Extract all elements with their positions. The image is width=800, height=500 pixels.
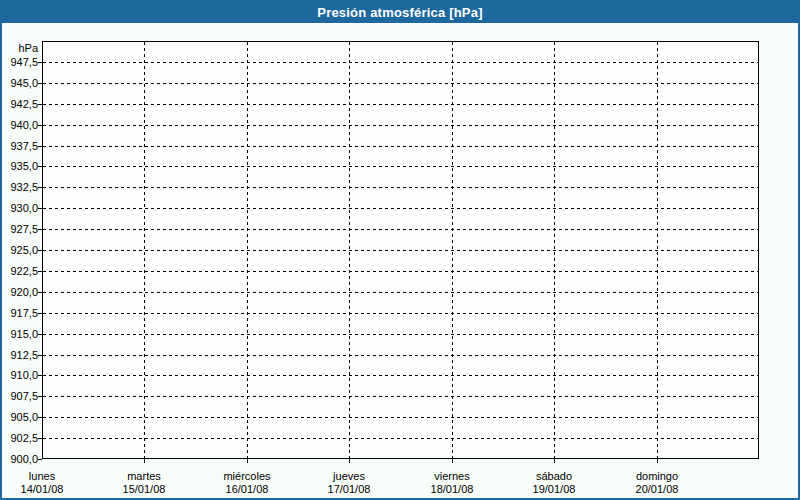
y-tick-label: 920,0 (2, 285, 38, 299)
h-gridline (43, 292, 758, 293)
x-tick-mark (349, 459, 350, 463)
v-gridline (349, 42, 350, 458)
y-tick-label: 940,0 (2, 118, 38, 132)
y-tick-label: 902,5 (2, 431, 38, 445)
y-tick-label: 922,5 (2, 264, 38, 278)
y-tick-label: 947,5 (2, 55, 38, 69)
h-gridline (43, 104, 758, 105)
y-tick-mark (38, 62, 42, 63)
h-gridline (43, 125, 758, 126)
x-day-label: jueves (294, 470, 404, 483)
h-gridline (43, 375, 758, 376)
y-tick-label: 932,5 (2, 180, 38, 194)
x-day-label: lunes (0, 470, 97, 483)
h-gridline (43, 271, 758, 272)
x-day-label: domingo (602, 470, 712, 483)
h-gridline (43, 438, 758, 439)
y-tick-mark (38, 83, 42, 84)
v-gridline (144, 42, 145, 458)
v-gridline (247, 42, 248, 458)
x-tick-mark (247, 459, 248, 463)
y-tick-label: 915,0 (2, 327, 38, 341)
x-date-label: 17/01/08 (294, 483, 404, 496)
chart-canvas: hPa 947,5945,0942,5940,0937,5935,0932,59… (2, 2, 798, 498)
y-tick-mark (38, 271, 42, 272)
h-gridline (43, 146, 758, 147)
h-gridline (43, 334, 758, 335)
y-tick-mark (38, 459, 42, 460)
y-tick-label: 905,0 (2, 410, 38, 424)
x-day-label: viernes (397, 470, 507, 483)
x-tick-mark (657, 459, 658, 463)
h-gridline (43, 417, 758, 418)
x-date-label: 18/01/08 (397, 483, 507, 496)
y-tick-label: 930,0 (2, 201, 38, 215)
h-gridline (43, 208, 758, 209)
x-day-label: martes (89, 470, 199, 483)
y-tick-mark (38, 438, 42, 439)
y-tick-mark (38, 146, 42, 147)
y-tick-mark (38, 396, 42, 397)
y-tick-mark (38, 334, 42, 335)
h-gridline (43, 83, 758, 84)
y-tick-label: 910,0 (2, 368, 38, 382)
h-gridline (43, 229, 758, 230)
x-tick-mark (554, 459, 555, 463)
h-gridline (43, 166, 758, 167)
y-axis-unit-label: hPa (2, 41, 38, 55)
y-tick-label: 942,5 (2, 97, 38, 111)
y-tick-mark (38, 187, 42, 188)
y-tick-mark (38, 250, 42, 251)
x-tick-mark (144, 459, 145, 463)
h-gridline (43, 313, 758, 314)
y-tick-label: 945,0 (2, 76, 38, 90)
x-date-label: 19/01/08 (499, 483, 609, 496)
y-tick-label: 917,5 (2, 306, 38, 320)
y-tick-mark (38, 166, 42, 167)
pressure-chart-window: Presión atmosférica [hPa] hPa 947,5945,0… (0, 0, 800, 500)
v-gridline (657, 42, 658, 458)
y-tick-mark (38, 313, 42, 314)
x-date-label: 16/01/08 (192, 483, 302, 496)
v-gridline (452, 42, 453, 458)
x-day-label: miércoles (192, 470, 302, 483)
y-tick-mark (38, 208, 42, 209)
y-tick-mark (38, 292, 42, 293)
v-gridline (554, 42, 555, 458)
h-gridline (43, 355, 758, 356)
y-tick-label: 900,0 (2, 452, 38, 466)
h-gridline (43, 250, 758, 251)
x-tick-mark (452, 459, 453, 463)
x-date-label: 15/01/08 (89, 483, 199, 496)
plot-area (42, 41, 759, 459)
y-tick-mark (38, 125, 42, 126)
y-tick-label: 937,5 (2, 139, 38, 153)
x-day-label: sábado (499, 470, 609, 483)
x-date-label: 14/01/08 (0, 483, 97, 496)
y-tick-mark (38, 417, 42, 418)
y-tick-label: 935,0 (2, 159, 38, 173)
y-tick-mark (38, 375, 42, 376)
x-date-label: 20/01/08 (602, 483, 712, 496)
y-tick-label: 925,0 (2, 243, 38, 257)
h-gridline (43, 396, 758, 397)
y-tick-label: 927,5 (2, 222, 38, 236)
h-gridline (43, 187, 758, 188)
y-tick-mark (38, 355, 42, 356)
y-tick-mark (38, 229, 42, 230)
y-tick-label: 907,5 (2, 389, 38, 403)
h-gridline (43, 62, 758, 63)
y-tick-label: 912,5 (2, 348, 38, 362)
y-tick-mark (38, 104, 42, 105)
